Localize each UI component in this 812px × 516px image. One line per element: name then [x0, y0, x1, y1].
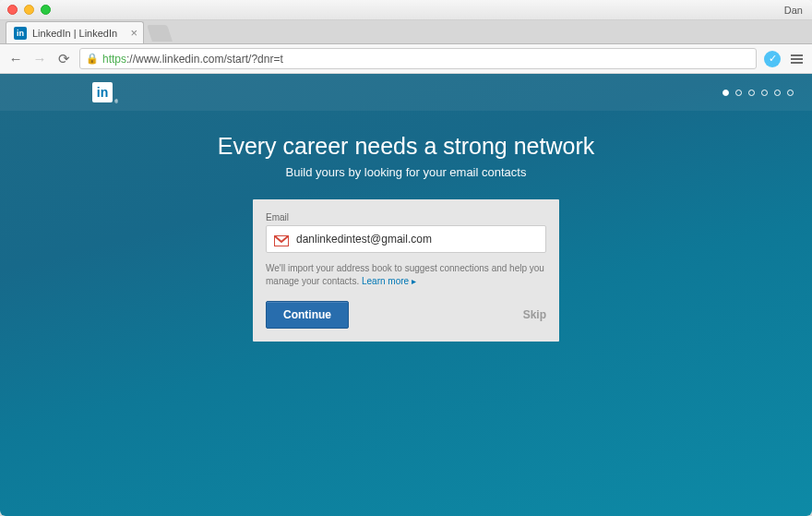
- url-scheme: https: [102, 53, 126, 66]
- back-button[interactable]: ←: [7, 51, 24, 67]
- linkedin-logo[interactable]: in ®: [92, 82, 113, 102]
- linkedin-favicon: in: [14, 27, 27, 40]
- progress-dot-5: [774, 90, 781, 96]
- progress-dot-3: [748, 90, 755, 96]
- progress-dot-6: [787, 90, 794, 96]
- skip-button[interactable]: Skip: [523, 308, 546, 321]
- email-label: Email: [266, 212, 546, 222]
- progress-dot-2: [735, 90, 742, 96]
- learn-more-link[interactable]: Learn more ▸: [362, 276, 416, 286]
- page-header: in ®: [0, 74, 812, 111]
- email-field[interactable]: [296, 233, 538, 246]
- browser-toolbar: ← → ⟳ 🔒 https://www.linkedin.com/start/?…: [0, 44, 812, 74]
- email-input-wrapper[interactable]: [266, 225, 546, 253]
- window-close-button[interactable]: [7, 5, 18, 15]
- tab-close-button[interactable]: ×: [130, 26, 137, 40]
- browser-tab[interactable]: in LinkedIn | LinkedIn ×: [6, 21, 144, 43]
- page-subtitle: Build yours by looking for your email co…: [0, 165, 812, 179]
- helper-text: We'll import your address book to sugges…: [266, 262, 546, 288]
- window-minimize-button[interactable]: [24, 5, 34, 15]
- browser-profile-name[interactable]: Dan: [784, 5, 803, 16]
- browser-menu-button[interactable]: [788, 54, 805, 64]
- registered-mark: ®: [114, 99, 118, 104]
- progress-dots: [722, 90, 794, 96]
- window-titlebar: Dan: [0, 0, 812, 20]
- progress-dot-4: [761, 90, 768, 96]
- forward-button[interactable]: →: [31, 51, 48, 67]
- traffic-lights: [7, 5, 51, 15]
- card-actions: Continue Skip: [266, 301, 546, 329]
- address-bar[interactable]: 🔒 https://www.linkedin.com/start/?dnr=t: [79, 48, 757, 69]
- reload-button[interactable]: ⟳: [55, 51, 72, 67]
- gmail-icon: [274, 234, 289, 245]
- hero-section: Every career needs a strong network Buil…: [0, 111, 812, 194]
- progress-dot-1: [722, 90, 729, 96]
- browser-window: Dan in LinkedIn | LinkedIn × ← → ⟳ 🔒 htt…: [0, 0, 812, 516]
- new-tab-button[interactable]: [147, 25, 173, 42]
- extension-icon[interactable]: ✓: [764, 51, 781, 67]
- continue-button[interactable]: Continue: [266, 301, 349, 329]
- url-path: ://www.linkedin.com/start/?dnr=t: [126, 53, 283, 66]
- email-card: Email We'll import your address book to …: [253, 199, 559, 342]
- page-title: Every career needs a strong network: [0, 133, 812, 160]
- tab-title: LinkedIn | LinkedIn: [32, 28, 117, 39]
- page-content: in ® Every career needs a strong network…: [0, 74, 812, 516]
- tab-strip: in LinkedIn | LinkedIn ×: [0, 20, 812, 44]
- window-maximize-button[interactable]: [41, 5, 51, 15]
- lock-icon: 🔒: [86, 53, 99, 65]
